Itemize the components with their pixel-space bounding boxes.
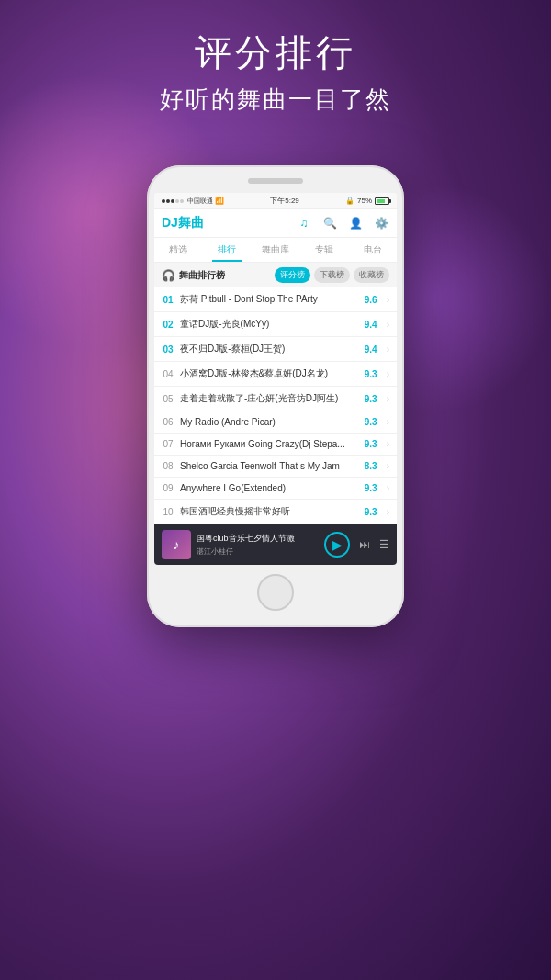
signal-dot-4 — [175, 199, 179, 203]
signal-dot-5 — [180, 199, 184, 203]
sub-title: 好听的舞曲一目了然 — [0, 84, 551, 116]
section-tab-score[interactable]: 评分榜 — [275, 267, 310, 283]
song-score-7: 9.3 — [365, 439, 377, 449]
carrier-name: 中国联通 — [187, 197, 213, 206]
song-item-5[interactable]: 05 走着走着就散了-庄心妍(光音坊DJ阿生) 9.3 › — [154, 387, 397, 411]
app-title: DJ舞曲 — [162, 215, 204, 231]
song-title-10: 韩国酒吧经典慢摇非常好听 — [180, 505, 359, 518]
song-rank-6: 06 — [162, 417, 174, 427]
song-info-10: 韩国酒吧经典慢摇非常好听 — [180, 505, 359, 518]
song-arrow-6: › — [387, 417, 389, 427]
next-button[interactable]: ⏭ — [359, 538, 370, 551]
song-arrow-7: › — [387, 439, 389, 449]
headphone-icon: 🎧 — [162, 269, 175, 282]
song-item-9[interactable]: 09 Anywhere I Go(Extended) 9.3 › — [154, 478, 397, 500]
signal-dot-3 — [171, 199, 174, 203]
tab-paihang[interactable]: 排行 — [203, 238, 252, 262]
song-arrow-2: › — [387, 320, 389, 330]
search-icon[interactable]: 🔍 — [321, 215, 338, 231]
song-item-6[interactable]: 06 My Radio (Andre Picar) 9.3 › — [154, 411, 397, 434]
lock-icon: 🔒 — [345, 197, 354, 205]
user-icon[interactable]: 👤 — [347, 215, 364, 231]
song-item-3[interactable]: 03 夜不归DJ版-蔡桓(DJ王贺) 9.4 › — [154, 337, 397, 362]
battery-tip — [389, 199, 391, 203]
song-score-9: 9.3 — [365, 483, 377, 493]
song-arrow-8: › — [387, 461, 389, 471]
play-button[interactable]: ▶ — [324, 532, 350, 558]
main-title: 评分排行 — [0, 28, 551, 78]
section-header: 🎧 舞曲排行榜 评分榜 下载榜 收藏榜 — [154, 263, 397, 287]
status-left: 中国联通 📶 — [162, 197, 224, 206]
tab-diantai[interactable]: 电台 — [348, 238, 397, 262]
song-rank-10: 10 — [162, 507, 174, 517]
song-rank-1: 01 — [162, 295, 174, 305]
song-rank-8: 08 — [162, 461, 174, 471]
song-score-6: 9.3 — [365, 417, 377, 427]
section-title-text: 舞曲排行榜 — [179, 269, 225, 282]
song-arrow-9: › — [387, 483, 389, 493]
section-tab-download[interactable]: 下载榜 — [314, 267, 350, 283]
song-list: 01 苏荷 Pitbull - Dont Stop The PArty 9.6 … — [154, 287, 397, 524]
np-thumbnail: ♪ — [162, 530, 191, 559]
song-arrow-3: › — [387, 344, 389, 355]
song-info-8: Shelco Garcia Teenwolf-That s My Jam — [180, 461, 359, 471]
song-info-6: My Radio (Andre Picar) — [180, 417, 359, 427]
signal-bars — [162, 199, 184, 203]
song-score-10: 9.3 — [365, 507, 377, 517]
np-info: 国粤club音乐七夕情人节激 湛江小桂仔 — [197, 533, 319, 557]
song-item-1[interactable]: 01 苏荷 Pitbull - Dont Stop The PArty 9.6 … — [154, 287, 397, 312]
status-time: 下午5:29 — [270, 196, 299, 206]
tab-jingxuan[interactable]: 精选 — [154, 238, 203, 262]
tab-zhuanji[interactable]: 专辑 — [299, 238, 348, 262]
song-item-8[interactable]: 08 Shelco Garcia Teenwolf-That s My Jam … — [154, 456, 397, 478]
phone-body: 中国联通 📶 下午5:29 🔒 75% DJ舞曲 ♫ — [147, 165, 404, 627]
song-title-9: Anywhere I Go(Extended) — [180, 483, 359, 493]
battery-percent: 75% — [357, 197, 372, 205]
playlist-button[interactable]: ☰ — [379, 538, 389, 551]
song-rank-5: 05 — [162, 394, 174, 404]
np-artist: 湛江小桂仔 — [197, 546, 319, 557]
song-score-2: 9.4 — [365, 320, 377, 330]
section-title: 🎧 舞曲排行榜 — [162, 269, 225, 282]
phone-home-button[interactable] — [257, 574, 294, 611]
song-item-10[interactable]: 10 韩国酒吧经典慢摇非常好听 9.3 › — [154, 500, 397, 524]
status-right: 🔒 75% — [345, 197, 389, 205]
app-header: DJ舞曲 ♫ 🔍 👤 ⚙️ — [154, 209, 397, 238]
tab-wuquku[interactable]: 舞曲库 — [252, 238, 300, 262]
section-tab-collect[interactable]: 收藏榜 — [354, 267, 389, 283]
song-title-2: 童话DJ版-光良(McYy) — [180, 318, 359, 331]
wifi-icon: 📶 — [215, 197, 224, 205]
header-icons: ♫ 🔍 👤 ⚙️ — [296, 215, 389, 231]
phone: 中国联通 📶 下午5:29 🔒 75% DJ舞曲 ♫ — [147, 165, 404, 627]
song-item-7[interactable]: 07 Ногами Руками Going Crazy(Dj Stepa...… — [154, 434, 397, 456]
song-score-1: 9.6 — [365, 295, 377, 305]
music-icon[interactable]: ♫ — [296, 215, 312, 231]
song-title-5: 走着走着就散了-庄心妍(光音坊DJ阿生) — [180, 392, 359, 405]
song-title-1: 苏荷 Pitbull - Dont Stop The PArty — [180, 293, 359, 306]
song-title-3: 夜不归DJ版-蔡桓(DJ王贺) — [180, 343, 359, 355]
song-info-5: 走着走着就散了-庄心妍(光音坊DJ阿生) — [180, 392, 359, 405]
song-rank-7: 07 — [162, 439, 174, 449]
song-score-3: 9.4 — [365, 344, 377, 355]
song-rank-3: 03 — [162, 344, 174, 355]
nav-tabs: 精选 排行 舞曲库 专辑 电台 — [154, 238, 397, 263]
song-arrow-1: › — [387, 295, 389, 305]
song-info-9: Anywhere I Go(Extended) — [180, 483, 359, 493]
song-item-4[interactable]: 04 小酒窝DJ版-林俊杰&蔡卓妍(DJ名龙) 9.3 › — [154, 362, 397, 387]
song-info-4: 小酒窝DJ版-林俊杰&蔡卓妍(DJ名龙) — [180, 367, 359, 380]
song-title-6: My Radio (Andre Picar) — [180, 417, 359, 427]
np-controls: ▶ ⏭ ☰ — [324, 532, 389, 558]
song-rank-9: 09 — [162, 483, 174, 493]
title-area: 评分排行 好听的舞曲一目了然 — [0, 28, 551, 116]
settings-icon[interactable]: ⚙️ — [373, 215, 389, 231]
song-score-8: 8.3 — [365, 461, 377, 471]
signal-dot-2 — [166, 199, 170, 203]
phone-screen: 中国联通 📶 下午5:29 🔒 75% DJ舞曲 ♫ — [154, 193, 397, 565]
song-arrow-4: › — [387, 369, 389, 379]
song-info-1: 苏荷 Pitbull - Dont Stop The PArty — [180, 293, 359, 306]
song-arrow-5: › — [387, 394, 389, 404]
now-playing: ♪ 国粤club音乐七夕情人节激 湛江小桂仔 ▶ ⏭ ☰ — [154, 524, 397, 565]
phone-speaker — [248, 178, 303, 184]
song-title-8: Shelco Garcia Teenwolf-That s My Jam — [180, 461, 359, 471]
song-item-2[interactable]: 02 童话DJ版-光良(McYy) 9.4 › — [154, 312, 397, 337]
